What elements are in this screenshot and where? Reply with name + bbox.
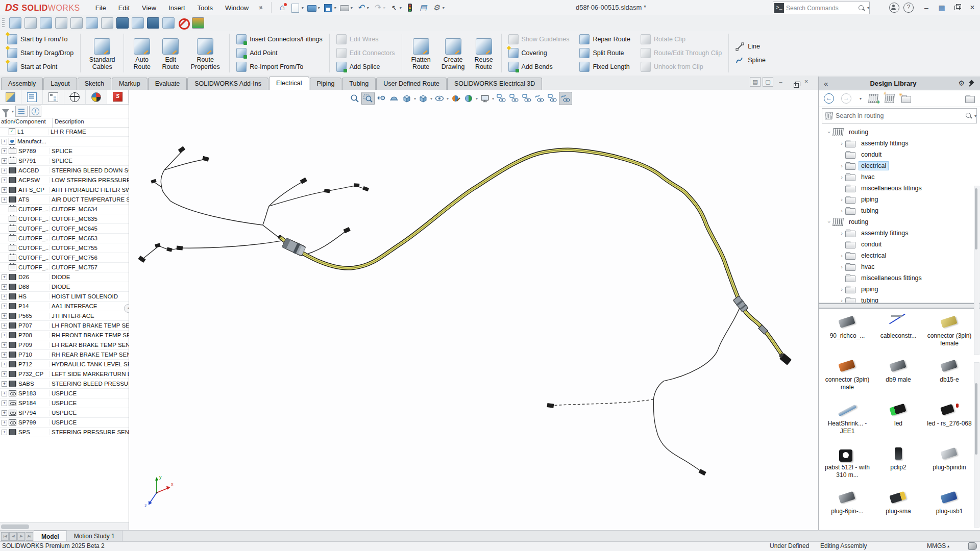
electrical-wire-pencil-icon[interactable] [101, 17, 113, 29]
command-tab[interactable]: Assembly [1, 78, 43, 90]
flatten-route-button[interactable]: Flatten Route [406, 35, 436, 71]
points-visibility-icon[interactable] [546, 92, 558, 105]
pane-split-icon[interactable]: ▤ [750, 77, 761, 87]
search-icon[interactable] [858, 5, 865, 12]
scrollbar-thumb[interactable] [975, 188, 977, 249]
save-button[interactable]: ▾ [322, 2, 337, 13]
table-row[interactable]: P14 AA1 INTERFACE [0, 302, 129, 311]
standard-cables-button[interactable]: Standard Cables [84, 35, 120, 71]
library-item[interactable]: plug-sma [873, 489, 924, 531]
expand-toggle[interactable] [1, 390, 8, 397]
command-tab[interactable]: Piping [310, 78, 342, 90]
chevron-icon[interactable] [826, 129, 833, 135]
column-header-description[interactable]: Description [53, 118, 129, 128]
search-input[interactable]: Search Commands [786, 5, 858, 12]
filter-caret[interactable]: ▾ [12, 109, 14, 114]
new-folder-icon[interactable] [901, 96, 911, 103]
new-document-button[interactable]: ▾ [289, 2, 305, 13]
first-sheet-icon[interactable]: |◀ [1, 532, 9, 541]
table-row[interactable]: CUTOFF_... CUTOFF_MC755 [0, 243, 129, 253]
horizontal-scrollbar[interactable] [0, 522, 129, 531]
rotate-clip-button[interactable]: Rotate Clip [638, 33, 725, 46]
viewport-close-icon[interactable]: × [801, 77, 812, 87]
scrollbar-thumb[interactable] [1, 524, 29, 529]
view-orientation-icon[interactable] [401, 92, 413, 105]
add-file-location-icon[interactable] [868, 94, 878, 103]
expand-toggle[interactable] [1, 177, 8, 184]
viewport-restore-icon[interactable] [788, 77, 799, 87]
tab-dimxpertmanager[interactable] [64, 90, 86, 104]
gear-icon[interactable]: ⚙ [958, 79, 965, 87]
command-tab[interactable]: User Defined Route [376, 78, 447, 90]
spline-button[interactable]: Spline [732, 54, 769, 66]
library-item[interactable]: 90_richco_... [822, 314, 873, 358]
expand-toggle[interactable] [1, 284, 8, 290]
electrical-location-icon[interactable] [24, 17, 37, 29]
expand-toggle[interactable] [1, 303, 8, 310]
line-button[interactable]: Line [732, 40, 769, 53]
covering-button[interactable]: Covering [505, 47, 573, 60]
library-item[interactable]: plug-6pin-... [822, 489, 873, 531]
table-row[interactable]: ACPSW LOW STEERING PRESSURE SV [0, 176, 129, 185]
repair-route-button[interactable]: Repair Route [576, 33, 633, 46]
library-tree-item[interactable]: piping [819, 194, 980, 205]
expand-toggle[interactable] [1, 322, 8, 329]
table-row[interactable]: D88 DIODE [0, 282, 129, 292]
edit-connectors-button[interactable]: Edit Connectors [333, 47, 398, 60]
expand-tree-button[interactable] [15, 106, 28, 117]
library-item[interactable]: connector (3pin) female [924, 314, 975, 358]
select-button[interactable]: ▾ [387, 2, 403, 13]
prev-sheet-icon[interactable]: ◀ [9, 532, 17, 541]
library-tree-item[interactable]: routing [819, 127, 980, 138]
chevron-icon[interactable] [838, 163, 845, 169]
toolbar-grip[interactable] [2, 18, 5, 28]
table-row[interactable]: SPS STEERING PRESSURE SENSO [0, 428, 129, 437]
expand-toggle[interactable] [1, 352, 8, 358]
apply-scene-icon[interactable] [462, 92, 475, 105]
reimport-fromto-button[interactable]: Re-Import From/To [233, 61, 325, 73]
move-visibility-icon[interactable] [508, 92, 520, 105]
chevron-icon[interactable] [838, 286, 845, 292]
command-search-box[interactable]: >_ Search Commands ▾ [773, 2, 870, 14]
graphics-viewport[interactable]: y x z ▾ ▾ ▾ ▾ ▾ [129, 90, 819, 531]
tab-electrical-manager[interactable] [107, 90, 129, 104]
library-tree-item[interactable]: piping [819, 284, 980, 295]
electrical-ramp-icon[interactable] [70, 17, 83, 29]
table-row[interactable]: ACCBD STEERING BLEED DOWN SOI [0, 166, 129, 176]
info-button[interactable]: i [29, 106, 41, 117]
previous-view-icon[interactable] [375, 92, 387, 105]
expand-toggle[interactable] [1, 293, 8, 300]
restore-button[interactable] [949, 0, 965, 15]
undo-button[interactable]: ▾ [355, 2, 370, 13]
electrical-plug-icon[interactable] [132, 17, 144, 29]
expand-toggle[interactable] [1, 419, 8, 426]
redo-button[interactable]: ▾ [371, 2, 386, 13]
command-tab[interactable]: Markup [112, 78, 148, 90]
filter-funnel-icon[interactable] [2, 109, 9, 114]
add-point-button[interactable]: Add Point [233, 47, 325, 60]
menu-item[interactable]: File [89, 2, 112, 14]
library-tree-item[interactable]: miscellaneous fittings [819, 183, 980, 194]
table-row[interactable]: D26 DIODE [0, 272, 129, 282]
last-sheet-icon[interactable]: ▶| [26, 532, 33, 541]
electrical-cable-icon[interactable] [116, 17, 129, 29]
menu-item[interactable]: View [136, 2, 162, 14]
electrical-table-icon[interactable] [86, 17, 98, 29]
expand-toggle[interactable] [1, 274, 8, 281]
library-item[interactable]: led [873, 402, 924, 445]
library-tree-item[interactable]: routing [819, 216, 980, 228]
viewport-minimize-icon[interactable]: – [775, 77, 786, 87]
view-settings-icon[interactable] [479, 92, 491, 105]
expand-toggle[interactable] [1, 196, 8, 203]
table-row[interactable]: CUTOFF_... CUTOFF_MC645 [0, 224, 129, 234]
library-item[interactable]: pclip2 [873, 445, 924, 489]
add-splice-button[interactable]: Add Splice [333, 61, 398, 73]
expand-toggle[interactable] [1, 361, 8, 368]
unhook-from-clip-button[interactable]: Unhook from Clip [638, 61, 725, 73]
table-row[interactable]: ATS AIR DUCT TEMPERATURE SE [0, 195, 129, 205]
electrical-lines-icon[interactable] [162, 17, 175, 29]
library-tree-item[interactable]: hvac [819, 171, 980, 183]
expand-toggle[interactable] [1, 235, 8, 242]
command-tab[interactable]: SOLIDWORKS Electrical 3D [447, 78, 542, 90]
expand-toggle[interactable] [1, 400, 8, 407]
